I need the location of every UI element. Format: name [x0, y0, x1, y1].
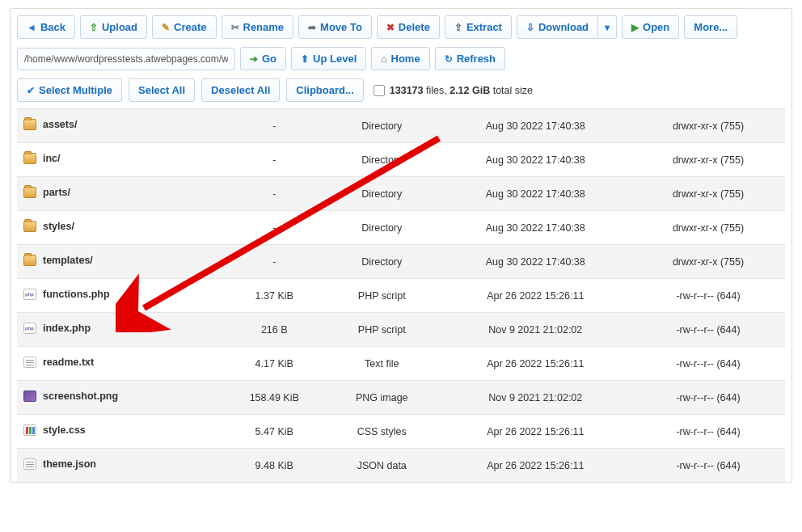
delete-icon: ✖	[386, 23, 395, 32]
create-button[interactable]: ✎ Create	[152, 15, 216, 39]
file-perm: drwxr-xr-x (755)	[673, 256, 744, 268]
open-button[interactable]: ▶ Open	[622, 15, 679, 39]
file-name: index.php	[43, 323, 91, 334]
file-perm: drwxr-xr-x (755)	[673, 188, 744, 200]
json-icon	[23, 458, 36, 470]
upload-button[interactable]: ⇧ Upload	[80, 15, 147, 39]
file-name: assets/	[43, 119, 77, 130]
stats-size: 2.12 GiB	[450, 85, 490, 96]
file-perm: drwxr-xr-x (755)	[673, 222, 744, 234]
clipboard-button[interactable]: Clipboard...	[286, 78, 364, 102]
file-type: PHP script	[358, 290, 406, 302]
file-entry[interactable]: parts/	[23, 187, 70, 198]
upload-icon: ⇧	[90, 23, 98, 32]
folder-icon	[23, 153, 36, 164]
file-entry[interactable]: index.php	[23, 323, 91, 334]
file-entry[interactable]: inc/	[23, 153, 61, 164]
file-entry[interactable]: readme.txt	[23, 357, 94, 368]
file-type: Directory	[361, 154, 402, 166]
upload-label: Upload	[102, 21, 137, 33]
table-row[interactable]: parts/-DirectoryAug 30 2022 17:40:38drwx…	[17, 177, 785, 211]
file-name: parts/	[43, 187, 70, 198]
file-name: styles/	[43, 221, 74, 232]
file-name: templates/	[43, 255, 93, 266]
file-entry[interactable]: assets/	[23, 119, 77, 130]
table-row[interactable]: style.css5.47 KiBCSS stylesApr 26 2022 1…	[17, 415, 785, 449]
refresh-label: Refresh	[457, 53, 496, 65]
txt-icon	[23, 357, 36, 368]
folder-icon	[23, 221, 36, 232]
extract-icon: ⇪	[454, 23, 462, 32]
home-button[interactable]: ⌂ Home	[371, 47, 429, 70]
select-all-label: Select All	[138, 84, 185, 96]
select-multiple-button[interactable]: ✔ Select Multiple	[17, 78, 122, 102]
file-perm: -rw-r--r-- (644)	[676, 392, 740, 403]
refresh-button[interactable]: ↻ Refresh	[435, 47, 505, 70]
path-input[interactable]	[17, 48, 235, 70]
file-type: PHP script	[358, 324, 406, 336]
download-icon: ⇩	[526, 23, 534, 32]
table-row[interactable]: readme.txt4.17 KiBText fileApr 26 2022 1…	[17, 347, 785, 381]
file-perm: -rw-r--r-- (644)	[676, 290, 740, 302]
file-table: assets/-DirectoryAug 30 2022 17:40:38drw…	[17, 108, 785, 482]
table-row[interactable]: inc/-DirectoryAug 30 2022 17:40:38drwxr-…	[17, 143, 785, 177]
file-entry[interactable]: functions.php	[23, 289, 110, 300]
file-entry[interactable]: style.css	[23, 424, 86, 436]
rename-icon: ✂	[231, 23, 239, 32]
table-row[interactable]: functions.php1.37 KiBPHP scriptApr 26 20…	[17, 279, 785, 313]
chevron-down-icon: ▾	[605, 23, 610, 32]
file-size: -	[272, 222, 276, 234]
file-date: Aug 30 2022 17:40:38	[486, 222, 585, 234]
table-row[interactable]: theme.json9.48 KiBJSON dataApr 26 2022 1…	[17, 449, 785, 483]
file-entry[interactable]: templates/	[23, 255, 93, 266]
selection-toolbar: ✔ Select Multiple Select All Deselect Al…	[17, 78, 785, 102]
table-row[interactable]: styles/-DirectoryAug 30 2022 17:40:38drw…	[17, 211, 785, 245]
more-button[interactable]: More...	[684, 15, 737, 39]
stats-count: 133173	[390, 85, 424, 96]
file-size: -	[272, 256, 276, 268]
delete-button[interactable]: ✖ Delete	[377, 15, 440, 39]
deselect-all-label: Deselect All	[211, 84, 270, 96]
folder-icon	[23, 187, 36, 198]
file-entry[interactable]: screenshot.png	[23, 391, 118, 402]
file-entry[interactable]: styles/	[23, 221, 74, 232]
back-button[interactable]: ◄ Back	[17, 15, 75, 39]
rename-button[interactable]: ✂ Rename	[222, 15, 294, 39]
table-row[interactable]: assets/-DirectoryAug 30 2022 17:40:38drw…	[17, 109, 785, 143]
download-dropdown-button[interactable]: ▾	[598, 15, 617, 39]
clipboard-label: Clipboard...	[296, 84, 354, 96]
file-name: readme.txt	[43, 357, 94, 368]
extract-button[interactable]: ⇪ Extract	[445, 15, 512, 39]
folder-icon	[23, 255, 36, 266]
php-icon	[23, 323, 36, 334]
file-perm: -rw-r--r-- (644)	[676, 324, 740, 336]
create-label: Create	[174, 21, 206, 33]
go-label: Go	[262, 53, 276, 65]
file-entry[interactable]: theme.json	[23, 458, 96, 470]
uplevel-label: Up Level	[313, 53, 357, 65]
file-type: PNG image	[356, 392, 408, 403]
open-icon: ▶	[631, 23, 639, 32]
css-icon	[23, 424, 36, 436]
deselect-all-button[interactable]: Deselect All	[201, 78, 280, 102]
table-row[interactable]: screenshot.png158.49 KiBPNG imageNov 9 2…	[17, 381, 785, 415]
files-icon	[374, 85, 385, 96]
file-type: Directory	[361, 256, 402, 268]
file-date: Aug 30 2022 17:40:38	[486, 154, 585, 166]
file-type: Directory	[361, 222, 402, 234]
table-row[interactable]: index.php216 BPHP scriptNov 9 2021 21:02…	[17, 313, 785, 347]
file-type: Directory	[361, 188, 402, 200]
more-label: More...	[694, 21, 728, 33]
moveto-button[interactable]: ➦ Move To	[298, 15, 372, 39]
select-all-button[interactable]: Select All	[129, 78, 195, 102]
file-date: Apr 26 2022 15:26:11	[487, 426, 584, 437]
file-perm: -rw-r--r-- (644)	[676, 358, 740, 369]
download-button[interactable]: ⇩ Download	[517, 15, 598, 39]
file-name: inc/	[43, 153, 61, 164]
go-button[interactable]: ➔ Go	[240, 47, 286, 70]
uplevel-button[interactable]: ⬆ Up Level	[291, 47, 366, 70]
file-perm: -rw-r--r-- (644)	[676, 460, 740, 471]
table-row[interactable]: templates/-DirectoryAug 30 2022 17:40:38…	[17, 245, 785, 279]
file-type: JSON data	[357, 460, 407, 471]
file-date: Apr 26 2022 15:26:11	[487, 460, 584, 471]
